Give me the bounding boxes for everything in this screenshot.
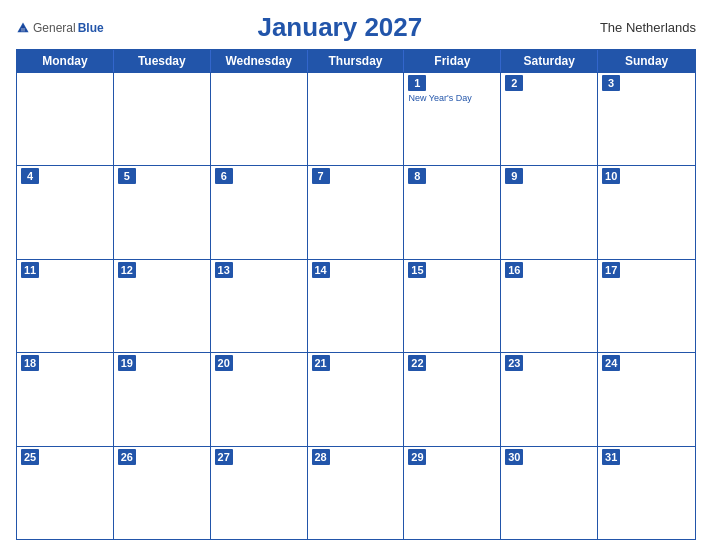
day-cell-4-0: 25 [17, 447, 114, 539]
day-cell-0-6: 3 [598, 73, 695, 165]
day-number: 5 [118, 168, 136, 184]
day-cell-4-4: 29 [404, 447, 501, 539]
day-cell-1-3: 7 [308, 166, 405, 258]
day-cell-1-1: 5 [114, 166, 211, 258]
day-number: 27 [215, 449, 233, 465]
day-number: 6 [215, 168, 233, 184]
day-headers-row: Monday Tuesday Wednesday Thursday Friday… [17, 50, 695, 72]
day-cell-2-3: 14 [308, 260, 405, 352]
week-row-4: 18192021222324 [17, 352, 695, 445]
day-cell-2-1: 12 [114, 260, 211, 352]
day-number: 15 [408, 262, 426, 278]
day-number: 19 [118, 355, 136, 371]
day-number: 25 [21, 449, 39, 465]
title-area: January 2027 [104, 12, 576, 43]
day-number: 14 [312, 262, 330, 278]
day-cell-0-3 [308, 73, 405, 165]
day-number: 12 [118, 262, 136, 278]
calendar-title: January 2027 [257, 12, 422, 42]
day-number: 20 [215, 355, 233, 371]
header-saturday: Saturday [501, 50, 598, 72]
day-number: 1 [408, 75, 426, 91]
day-cell-0-1 [114, 73, 211, 165]
day-cell-2-6: 17 [598, 260, 695, 352]
day-cell-1-6: 10 [598, 166, 695, 258]
day-cell-0-2 [211, 73, 308, 165]
day-number: 11 [21, 262, 39, 278]
logo-general-text: General [33, 21, 76, 35]
day-cell-4-2: 27 [211, 447, 308, 539]
weeks-container: 1New Year's Day2345678910111213141516171… [17, 72, 695, 539]
day-cell-2-0: 11 [17, 260, 114, 352]
day-number: 29 [408, 449, 426, 465]
header-monday: Monday [17, 50, 114, 72]
holiday-label: New Year's Day [408, 93, 496, 104]
country-label: The Netherlands [576, 20, 696, 35]
day-cell-1-2: 6 [211, 166, 308, 258]
day-cell-0-5: 2 [501, 73, 598, 165]
header-thursday: Thursday [308, 50, 405, 72]
day-number: 31 [602, 449, 620, 465]
day-cell-3-0: 18 [17, 353, 114, 445]
day-number: 2 [505, 75, 523, 91]
day-number: 3 [602, 75, 620, 91]
day-cell-4-1: 26 [114, 447, 211, 539]
page-header: General Blue January 2027 The Netherland… [16, 12, 696, 43]
day-cell-1-5: 9 [501, 166, 598, 258]
day-number: 8 [408, 168, 426, 184]
calendar-grid: Monday Tuesday Wednesday Thursday Friday… [16, 49, 696, 540]
day-cell-3-2: 20 [211, 353, 308, 445]
day-cell-1-4: 8 [404, 166, 501, 258]
day-number: 26 [118, 449, 136, 465]
day-cell-2-4: 15 [404, 260, 501, 352]
day-number: 4 [21, 168, 39, 184]
day-number: 30 [505, 449, 523, 465]
calendar-page: General Blue January 2027 The Netherland… [0, 0, 712, 550]
day-cell-4-5: 30 [501, 447, 598, 539]
week-row-5: 25262728293031 [17, 446, 695, 539]
logo-blue-text: Blue [78, 21, 104, 35]
day-cell-1-0: 4 [17, 166, 114, 258]
day-number: 21 [312, 355, 330, 371]
day-number [312, 75, 330, 91]
day-number: 24 [602, 355, 620, 371]
day-number: 13 [215, 262, 233, 278]
day-number: 22 [408, 355, 426, 371]
day-cell-0-4: 1New Year's Day [404, 73, 501, 165]
day-number [118, 75, 136, 91]
day-number: 23 [505, 355, 523, 371]
week-row-1: 1New Year's Day23 [17, 72, 695, 165]
day-number: 9 [505, 168, 523, 184]
day-number: 16 [505, 262, 523, 278]
header-wednesday: Wednesday [211, 50, 308, 72]
day-cell-3-4: 22 [404, 353, 501, 445]
day-number: 10 [602, 168, 620, 184]
logo-text: General Blue [16, 21, 104, 35]
day-number [215, 75, 233, 91]
day-cell-2-5: 16 [501, 260, 598, 352]
day-number: 17 [602, 262, 620, 278]
general-blue-icon [16, 21, 30, 35]
day-cell-4-3: 28 [308, 447, 405, 539]
day-number: 18 [21, 355, 39, 371]
header-tuesday: Tuesday [114, 50, 211, 72]
week-row-3: 11121314151617 [17, 259, 695, 352]
day-cell-3-6: 24 [598, 353, 695, 445]
header-sunday: Sunday [598, 50, 695, 72]
day-number [21, 75, 39, 91]
day-cell-4-6: 31 [598, 447, 695, 539]
day-cell-3-1: 19 [114, 353, 211, 445]
day-cell-3-5: 23 [501, 353, 598, 445]
day-cell-0-0 [17, 73, 114, 165]
header-friday: Friday [404, 50, 501, 72]
day-number: 28 [312, 449, 330, 465]
day-cell-3-3: 21 [308, 353, 405, 445]
day-number: 7 [312, 168, 330, 184]
logo: General Blue [16, 21, 104, 35]
svg-rect-2 [21, 28, 25, 32]
day-cell-2-2: 13 [211, 260, 308, 352]
week-row-2: 45678910 [17, 165, 695, 258]
